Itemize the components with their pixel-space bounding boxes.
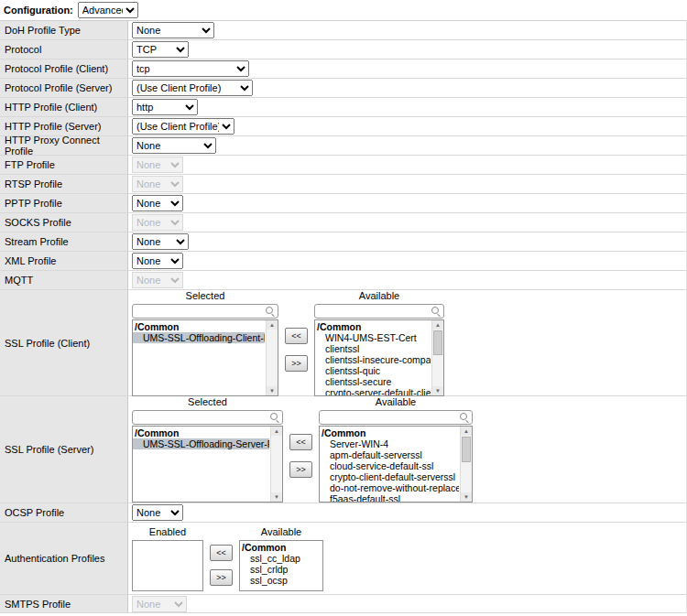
available-header: Available <box>314 290 444 304</box>
scrollbar[interactable]: ▲ ▼ <box>431 320 443 395</box>
ssl-client-selected-list[interactable]: /Common UMS-SSL-Offloading-Client-Profil… <box>132 319 278 396</box>
scrollbar[interactable]: ▲ ▼ <box>460 427 472 502</box>
scrollbar[interactable]: ▲ ▼ <box>266 320 278 395</box>
field-label: HTTP Profile (Server) <box>0 117 128 135</box>
protocol-profile-client-select[interactable]: tcp <box>132 60 249 77</box>
move-right-button[interactable]: >> <box>210 569 233 586</box>
list-item[interactable]: clientssl-insecure-compatible <box>315 354 431 365</box>
list-item[interactable]: apm-default-serverssl <box>320 449 459 460</box>
doh-profile-type-select[interactable]: None <box>132 22 214 38</box>
list-item[interactable]: ssl_ocsp <box>240 575 321 586</box>
scroll-down-icon[interactable]: ▼ <box>461 492 472 502</box>
available-header: Available <box>239 526 323 540</box>
selected-header: Selected <box>132 396 283 410</box>
scrollbar-track[interactable] <box>267 330 278 386</box>
row-xml-profile: XML Profile None <box>0 252 686 271</box>
scroll-down-icon[interactable]: ▼ <box>267 386 278 395</box>
field-label: SOCKS Profile <box>0 213 128 232</box>
row-stream-profile: Stream Profile None <box>0 232 686 252</box>
move-right-button[interactable]: >> <box>289 461 312 478</box>
protocol-select[interactable]: TCP <box>132 41 189 58</box>
move-left-button[interactable]: << <box>210 545 233 561</box>
field-label: Stream Profile <box>0 232 128 251</box>
field-label: FTP Profile <box>0 156 128 174</box>
row-pptp-profile: PPTP Profile None <box>0 194 686 213</box>
list-item[interactable]: UMS-SSL-Offloading-Server-Profile <box>133 438 269 449</box>
row-http-profile-server: HTTP Profile (Server) (Use Client Profil… <box>0 117 686 136</box>
rtsp-profile-select: None <box>132 176 183 192</box>
ssl-client-available-list[interactable]: /Common WIN4-UMS-EST-Cert clientssl clie… <box>314 319 444 396</box>
profiles-table: DoH Profile Type None Protocol TCP Proto… <box>0 20 687 613</box>
stream-profile-select[interactable]: None <box>132 233 189 250</box>
field-label: HTTP Profile (Client) <box>0 98 128 116</box>
list-item[interactable]: UMS-SSL-Offloading-Client-Profile <box>133 332 265 343</box>
list-item[interactable]: clientssl-quic <box>315 365 431 376</box>
pptp-profile-select[interactable]: None <box>132 195 183 211</box>
field-label: RTSP Profile <box>0 175 128 193</box>
list-group-label: /Common <box>315 321 431 332</box>
scroll-up-icon[interactable]: ▲ <box>432 320 443 330</box>
search-icon <box>270 413 278 420</box>
scroll-down-icon[interactable]: ▼ <box>271 492 282 502</box>
field-label: HTTP Proxy Connect Profile <box>0 136 128 155</box>
ssl-server-available-list[interactable]: /Common Server-WIN-4 apm-default-servers… <box>319 426 473 503</box>
row-protocol: Protocol TCP <box>0 40 686 59</box>
ocsp-profile-select[interactable]: None <box>132 504 183 521</box>
move-left-button[interactable]: << <box>285 328 308 344</box>
search-input[interactable] <box>132 410 283 425</box>
row-protocol-profile-client: Protocol Profile (Client) tcp <box>0 59 686 79</box>
http-profile-client-select[interactable]: http <box>132 99 198 115</box>
list-item[interactable]: ssl_crldp <box>240 564 321 575</box>
list-group-label: /Common <box>240 542 321 553</box>
virtual-server-configuration-page: Configuration: Advanced DoH Profile Type… <box>0 0 687 616</box>
scrollbar-track[interactable] <box>461 436 472 492</box>
scrollbar-track[interactable] <box>432 330 443 386</box>
auth-enabled-list[interactable] <box>132 540 203 591</box>
move-left-button[interactable]: << <box>289 434 312 450</box>
search-input[interactable] <box>132 304 278 319</box>
smtps-profile-select: None <box>132 596 187 612</box>
list-item[interactable]: crypto-client-default-serverssl <box>320 471 459 482</box>
list-item[interactable]: clientssl-secure <box>315 376 431 387</box>
row-protocol-profile-server: Protocol Profile (Server) (Use Client Pr… <box>0 79 686 98</box>
scrollbar-track[interactable] <box>271 436 282 492</box>
field-label: Authentication Profiles <box>0 523 128 594</box>
list-item[interactable]: Server-WIN-4 <box>320 438 459 449</box>
field-label: DoH Profile Type <box>0 21 128 39</box>
auth-available-list[interactable]: /Common ssl_cc_ldap ssl_crldp ssl_ocsp <box>239 540 323 591</box>
row-mqtt: MQTT None <box>0 271 686 290</box>
available-header: Available <box>319 396 473 410</box>
http-proxy-connect-profile-select[interactable]: None <box>132 137 216 154</box>
scroll-up-icon[interactable]: ▲ <box>271 427 282 436</box>
scroll-down-icon[interactable]: ▼ <box>432 386 443 395</box>
field-label: Protocol Profile (Client) <box>0 59 128 78</box>
list-item[interactable]: WIN4-UMS-EST-Cert <box>315 332 431 343</box>
search-input[interactable] <box>319 410 473 425</box>
row-rtsp-profile: RTSP Profile None <box>0 175 686 194</box>
field-label: PPTP Profile <box>0 194 128 212</box>
configuration-select[interactable]: Advanced <box>78 2 138 18</box>
list-item[interactable]: do-not-remove-without-replacement <box>320 482 459 493</box>
protocol-profile-server-select[interactable]: (Use Client Profile) <box>132 80 253 96</box>
list-item[interactable]: ssl_cc_ldap <box>240 553 321 564</box>
field-label: SMTPS Profile <box>0 595 128 612</box>
scroll-up-icon[interactable]: ▲ <box>267 320 278 330</box>
configuration-bar: Configuration: Advanced <box>0 0 687 20</box>
search-input[interactable] <box>314 304 444 319</box>
list-item[interactable]: f5aas-default-ssl <box>320 493 459 503</box>
list-item[interactable]: crypto-server-default-clientssl <box>315 387 431 396</box>
scrollbar[interactable]: ▲ ▼ <box>270 427 282 502</box>
field-label: Protocol Profile (Server) <box>0 79 128 97</box>
http-profile-server-select[interactable]: (Use Client Profile) <box>132 118 234 135</box>
scrollbar-thumb[interactable] <box>433 330 442 356</box>
row-authentication-profiles: Authentication Profiles Enabled << >> Av… <box>0 523 686 595</box>
ssl-server-selected-list[interactable]: /Common UMS-SSL-Offloading-Server-Profil… <box>132 426 283 503</box>
move-right-button[interactable]: >> <box>285 355 308 372</box>
field-label: Protocol <box>0 40 128 59</box>
xml-profile-select[interactable]: None <box>132 253 183 269</box>
scroll-up-icon[interactable]: ▲ <box>461 427 472 436</box>
search-icon <box>460 413 467 420</box>
list-item[interactable]: cloud-service-default-ssl <box>320 460 459 471</box>
scrollbar-thumb[interactable] <box>462 437 471 462</box>
list-item[interactable]: clientssl <box>315 343 431 354</box>
